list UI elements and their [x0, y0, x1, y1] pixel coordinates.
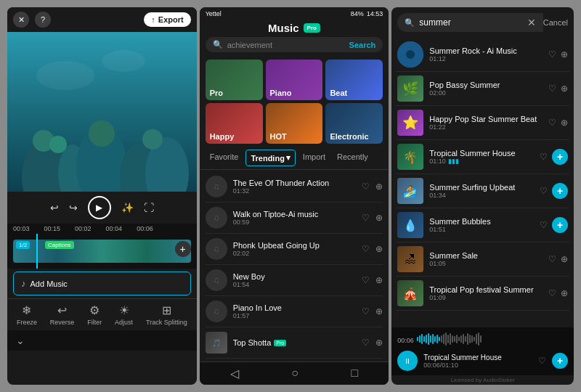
pro-tag: Pro	[274, 340, 286, 346]
add-plus-s5[interactable]: +	[552, 217, 568, 233]
heart-icon-s6[interactable]: ♡	[548, 254, 556, 264]
heart-icon-1[interactable]: ♡	[362, 213, 370, 223]
heart-icon-4[interactable]: ♡	[362, 306, 370, 317]
tab-recently[interactable]: Recently	[333, 150, 373, 166]
adjust-tool[interactable]: ☀ Adjust	[115, 303, 133, 326]
genre-piano[interactable]: Piano	[266, 60, 323, 100]
carrier-name: Yettel	[206, 10, 222, 17]
recent-icon[interactable]: □	[351, 367, 358, 380]
download-icon-3[interactable]: ⊕	[375, 275, 383, 285]
close-icon[interactable]: ✕	[13, 12, 29, 28]
search-button[interactable]: Search	[349, 41, 376, 49]
download-icon-s0[interactable]: ⊕	[561, 49, 568, 60]
list-item[interactable]: ♫ Piano In Love 01:57 ♡ ⊕	[206, 296, 383, 327]
clear-search-icon[interactable]: ✕	[527, 17, 536, 28]
list-item[interactable]: ♫ Walk on Tiptoe-Ai music 00:59 ♡ ⊕	[206, 203, 383, 234]
heart-icon-3[interactable]: ♡	[362, 275, 370, 285]
filter-tool[interactable]: ⚙ Filter	[87, 303, 102, 326]
player-time-row: 00:06	[397, 332, 568, 349]
tab-trending[interactable]: Trending ▾	[245, 150, 295, 166]
search-input[interactable]: summer	[419, 17, 522, 28]
list-item[interactable]: 🌿 Pop Bassy Summer 02:00 ♡ ⊕	[396, 72, 569, 106]
track-splitting-tool[interactable]: ⊞ Track Splitting	[146, 303, 187, 326]
list-item[interactable]: ♫ New Boy 01:54 ♡ ⊕	[206, 265, 383, 296]
nav-down-arrow[interactable]: ⌄	[16, 335, 25, 346]
download-icon-2[interactable]: ⊕	[375, 244, 383, 254]
heart-icon-s2[interactable]: ♡	[548, 118, 556, 128]
search-icon: 🔍	[405, 18, 415, 28]
player-add-button[interactable]: +	[552, 353, 568, 369]
waveform-display	[417, 332, 568, 346]
add-plus-s4[interactable]: +	[552, 183, 568, 199]
back-icon[interactable]: ◁	[230, 367, 239, 380]
redo-button[interactable]: ↪	[69, 202, 78, 213]
timeline-timecodes: 00:03 00:15 00:02 00:04 00:06	[7, 224, 197, 234]
search-song-title-1: Pop Bassy Summer	[429, 81, 543, 89]
add-plus-s3[interactable]: +	[552, 149, 568, 165]
download-icon-1[interactable]: ⊕	[375, 213, 383, 223]
search-song-title-3: Tropical Summer House	[429, 149, 534, 158]
genre-happy[interactable]: Happy	[206, 103, 263, 144]
time-mark1: 00:02	[75, 225, 92, 232]
heart-icon-0[interactable]: ♡	[362, 181, 370, 192]
download-icon-s1[interactable]: ⊕	[561, 83, 568, 94]
list-item[interactable]: 🎪 Tropical Pop festival Summer 01:09 ♡ ⊕	[396, 277, 569, 311]
svg-point-9	[49, 136, 67, 153]
list-item[interactable]: Summer Rock - Ai Music 01:12 ♡ ⊕	[396, 38, 569, 72]
add-music-track[interactable]: ♪ Add Music	[13, 271, 191, 295]
player-heart-icon[interactable]: ♡	[538, 356, 546, 366]
search-song-title-2: Happy Pop Star Summer Beat	[429, 115, 543, 123]
home-icon[interactable]: ○	[291, 367, 298, 380]
cancel-button[interactable]: Cancel	[543, 18, 568, 27]
heart-icon-s4[interactable]: ♡	[540, 186, 548, 196]
list-item[interactable]: ♫ The Eve Of Thunder Action 01:32 ♡ ⊕	[206, 171, 383, 203]
add-track-button[interactable]: +	[175, 241, 191, 257]
music-search-bar[interactable]: 🔍 achievement Search	[206, 37, 383, 52]
list-item[interactable]: 🎵 Top Shotta Pro ♡ ⊕	[206, 327, 383, 359]
search-song-duration-1: 02:00	[429, 89, 543, 97]
heart-icon-s3[interactable]: ♡	[540, 152, 548, 162]
tab-favorite[interactable]: Favorite	[206, 150, 243, 166]
tab-import[interactable]: Import	[298, 150, 330, 166]
player-pause-button[interactable]: ⏸	[397, 351, 418, 371]
search-song-info-5: Summer Bubbles 01:51	[429, 217, 534, 233]
genre-electronic[interactable]: Electronic	[325, 103, 383, 144]
download-icon-s6[interactable]: ⊕	[561, 254, 568, 264]
list-item[interactable]: 🏄 Summer Surfing Upbeat 01:34 ♡ +	[396, 174, 569, 208]
export-button[interactable]: ↑ Export	[144, 12, 190, 27]
search-placeholder: achievement	[227, 41, 345, 49]
list-item[interactable]: 🏖 Summer Sale 01:05 ♡ ⊕	[396, 242, 569, 277]
heart-icon-5[interactable]: ♡	[362, 338, 370, 348]
download-icon-s7[interactable]: ⊕	[561, 288, 568, 298]
magic-icon[interactable]: ✨	[121, 202, 134, 213]
list-item[interactable]: ⭐ Happy Pop Star Summer Beat 01:22 ♡ ⊕	[396, 106, 569, 140]
svg-point-1	[36, 61, 94, 90]
download-icon-s2[interactable]: ⊕	[561, 118, 568, 128]
song-info-5: Top Shotta Pro	[233, 338, 357, 347]
genre-pro[interactable]: Pro	[206, 60, 263, 100]
freeze-tool[interactable]: ❄ Freeze	[17, 303, 37, 326]
list-item[interactable]: 🌴 Tropical Summer House 01:10 ▮▮▮ ♡ +	[396, 140, 569, 174]
genre-beat[interactable]: Beat	[325, 60, 383, 100]
download-icon-5[interactable]: ⊕	[375, 338, 383, 348]
help-icon[interactable]: ?	[35, 12, 51, 28]
reverse-tool[interactable]: ↩ Reverse	[50, 303, 75, 326]
heart-icon-s1[interactable]: ♡	[548, 83, 556, 94]
search-song-info-3: Tropical Summer House 01:10 ▮▮▮	[429, 149, 534, 165]
genre-hot[interactable]: HOT	[266, 103, 323, 144]
fullscreen-icon[interactable]: ⛶	[144, 202, 154, 213]
heart-icon-s5[interactable]: ♡	[540, 220, 548, 230]
heart-icon-2[interactable]: ♡	[362, 244, 370, 254]
heart-icon-s0[interactable]: ♡	[548, 49, 556, 60]
list-item[interactable]: 💧 Summer Bubbles 01:51 ♡ +	[396, 208, 569, 242]
download-icon-0[interactable]: ⊕	[375, 181, 383, 192]
play-button[interactable]: ▶	[88, 196, 111, 219]
song-thumb-s0	[397, 41, 423, 68]
search-bar[interactable]: 🔍 summer ✕	[397, 13, 543, 32]
timeline-track-area[interactable]: 1/2 Captions +	[7, 234, 197, 269]
undo-button[interactable]: ↩	[50, 202, 59, 213]
download-icon-4[interactable]: ⊕	[375, 306, 383, 317]
search-song-title-4: Summer Surfing Upbeat	[429, 183, 534, 192]
list-item[interactable]: ♫ Phonk Upbeat Going Up 02:02 ♡ ⊕	[206, 234, 383, 265]
heart-icon-s7[interactable]: ♡	[548, 288, 556, 298]
